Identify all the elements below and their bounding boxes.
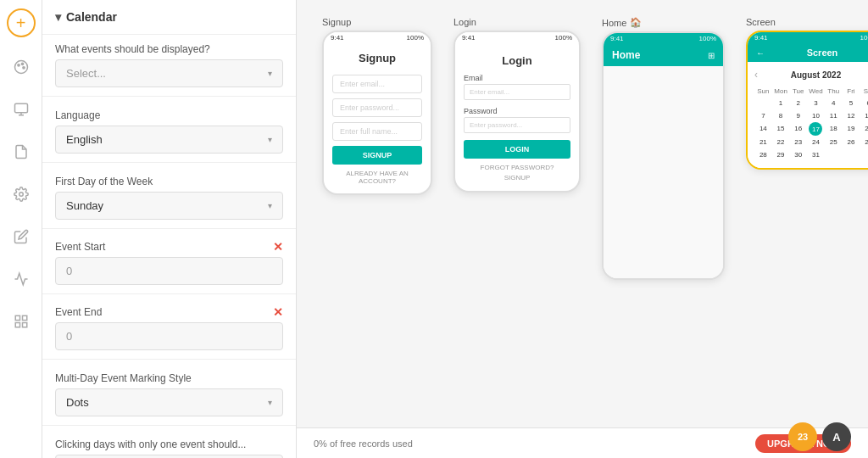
event-end-label: Event End bbox=[55, 306, 102, 318]
action-dropdown[interactable]: Run an Action ▾ bbox=[55, 455, 283, 458]
add-button[interactable]: + bbox=[7, 8, 36, 37]
cal-prev-button[interactable]: ‹ bbox=[754, 69, 758, 81]
cal-cell[interactable]: 27 bbox=[860, 136, 868, 148]
svg-rect-10 bbox=[15, 323, 19, 327]
notification-badge[interactable]: 23 bbox=[788, 422, 817, 451]
event-start-clear-icon[interactable]: ✕ bbox=[273, 240, 283, 254]
cal-cell[interactable]: 8 bbox=[772, 109, 790, 122]
cal-cell[interactable]: 29 bbox=[772, 148, 790, 161]
cal-cell[interactable]: 10 bbox=[807, 109, 825, 122]
cal-cell-today[interactable]: 17 bbox=[809, 122, 822, 136]
cal-cell[interactable]: 13 bbox=[860, 109, 868, 122]
login-button[interactable]: LOGIN bbox=[464, 140, 570, 159]
phone4-frame[interactable]: 9:41 100% ← Screen ‹ August 2022 › Sun bbox=[746, 31, 868, 170]
svg-point-7 bbox=[19, 193, 23, 197]
grid-icon: ⊞ bbox=[708, 51, 715, 60]
cal-cell[interactable]: 26 bbox=[843, 136, 860, 148]
cal-cell[interactable]: 18 bbox=[825, 122, 843, 136]
cal-cell[interactable]: 6 bbox=[860, 97, 868, 109]
plus-icon: + bbox=[16, 14, 26, 33]
home-icon: 🏠 bbox=[630, 17, 642, 28]
cal-cell[interactable]: 25 bbox=[825, 136, 843, 148]
cal-month-year: August 2022 bbox=[791, 70, 841, 80]
multi-day-dropdown[interactable]: Dots ▾ bbox=[55, 388, 283, 416]
cal-header-row: Sun Mon Tue Wed Thu Fri Sat bbox=[754, 86, 868, 97]
language-value: English bbox=[66, 133, 103, 146]
sidebar-item-document[interactable] bbox=[8, 139, 34, 165]
login-email-field[interactable]: Enter email... bbox=[464, 84, 570, 100]
cal-cell[interactable] bbox=[754, 97, 772, 109]
login-email-label: Email bbox=[464, 74, 570, 82]
forgot-password-link[interactable]: FORGOT PASSWORD? bbox=[464, 164, 570, 171]
svg-rect-9 bbox=[22, 316, 26, 320]
phone4-status-bar: 9:41 100% bbox=[748, 32, 868, 43]
cal-cell[interactable]: 21 bbox=[754, 136, 772, 148]
first-day-dropdown[interactable]: Sunday ▾ bbox=[55, 192, 283, 220]
event-display-dropdown[interactable]: Select... ▾ bbox=[55, 59, 283, 87]
event-display-value: Select... bbox=[66, 67, 106, 80]
svg-rect-11 bbox=[22, 323, 26, 327]
panel-title: Calendar bbox=[66, 10, 117, 24]
signup-already-link[interactable]: ALREADY HAVE AN ACCOUNT? bbox=[332, 170, 422, 185]
cal-cell[interactable]: 20 bbox=[860, 122, 868, 136]
cal-cell[interactable]: 11 bbox=[825, 109, 843, 122]
sidebar-item-palette[interactable] bbox=[8, 54, 34, 80]
cal-cell[interactable]: 23 bbox=[789, 136, 807, 148]
sidebar-item-grid[interactable] bbox=[8, 309, 34, 334]
signup-password-field[interactable]: Enter password... bbox=[332, 98, 422, 117]
multi-day-label: Multi-Day Event Marking Style bbox=[42, 364, 296, 388]
cal-cell[interactable]: 2 bbox=[789, 97, 807, 109]
cal-cell[interactable]: 14 bbox=[754, 122, 772, 136]
signup-button[interactable]: SIGNUP bbox=[332, 146, 422, 165]
cal-cell[interactable]: 7 bbox=[754, 109, 772, 122]
cal-cell[interactable]: 9 bbox=[789, 109, 807, 122]
svg-point-0 bbox=[14, 61, 27, 74]
cal-cell[interactable]: 30 bbox=[789, 148, 807, 161]
resize-handle-tl[interactable] bbox=[746, 31, 751, 36]
avatar-letter: A bbox=[832, 431, 840, 444]
cal-cell[interactable]: 5 bbox=[843, 97, 860, 109]
svg-point-2 bbox=[21, 63, 23, 64]
phone1-frame: 9:41 100% Signup Enter email... Enter pa… bbox=[322, 31, 432, 195]
login-password-field[interactable]: Enter password... bbox=[464, 117, 570, 133]
phone-mockups: Signup 9:41 100% Signup Enter email... E… bbox=[297, 0, 868, 297]
resize-handle-bl[interactable] bbox=[746, 165, 751, 170]
phone3-frame: 9:41 100% Home ⊞ bbox=[602, 31, 725, 280]
language-dropdown[interactable]: English ▾ bbox=[55, 126, 283, 154]
cal-cell[interactable]: 1 bbox=[772, 97, 790, 109]
cal-cell[interactable]: 19 bbox=[843, 122, 860, 136]
panel-header: ▾ Calendar bbox=[42, 0, 296, 35]
phone1-wrapper: Signup 9:41 100% Signup Enter email... E… bbox=[322, 17, 432, 195]
svg-point-1 bbox=[17, 64, 19, 66]
first-day-value: Sunday bbox=[66, 199, 103, 212]
event-end-input[interactable]: 0 bbox=[55, 322, 283, 350]
cal-cell[interactable]: 12 bbox=[843, 109, 860, 122]
cal-cell[interactable]: 3 bbox=[807, 97, 825, 109]
cal-cell[interactable]: 28 bbox=[754, 148, 772, 161]
cal-cell[interactable]: 24 bbox=[807, 136, 825, 148]
sidebar-item-screen[interactable] bbox=[8, 97, 34, 122]
cal-cell[interactable]: 31 bbox=[807, 148, 825, 161]
screen-title: Screen bbox=[769, 47, 868, 58]
cal-cell[interactable]: 16 bbox=[789, 122, 807, 136]
event-start-input[interactable]: 0 bbox=[55, 257, 283, 285]
event-end-clear-icon[interactable]: ✕ bbox=[273, 305, 283, 319]
signup-link[interactable]: SIGNUP bbox=[464, 174, 570, 182]
phone4-wrapper: Screen 9:41 100% ← Screen ‹ bbox=[746, 17, 868, 170]
sidebar-item-edit[interactable] bbox=[8, 224, 34, 249]
cal-cell[interactable]: 4 bbox=[825, 97, 843, 109]
phone1-status-bar: 9:41 100% bbox=[324, 32, 431, 43]
signup-email-field[interactable]: Enter email... bbox=[332, 75, 422, 93]
cal-cell[interactable]: 22 bbox=[772, 136, 790, 148]
chevron-down-icon: ▾ bbox=[268, 398, 272, 407]
notification-avatar[interactable]: A bbox=[822, 422, 851, 451]
calendar-grid: Sun Mon Tue Wed Thu Fri Sat 1 2 bbox=[754, 86, 868, 161]
back-icon[interactable]: ← bbox=[756, 48, 765, 58]
svg-point-3 bbox=[22, 67, 24, 69]
home-title: Home bbox=[612, 49, 640, 61]
phone4-label: Screen bbox=[746, 17, 868, 27]
signup-name-field[interactable]: Enter full name... bbox=[332, 122, 422, 141]
sidebar-item-settings[interactable] bbox=[8, 182, 34, 207]
sidebar-item-chart[interactable] bbox=[8, 266, 34, 292]
cal-cell[interactable]: 15 bbox=[772, 122, 790, 136]
